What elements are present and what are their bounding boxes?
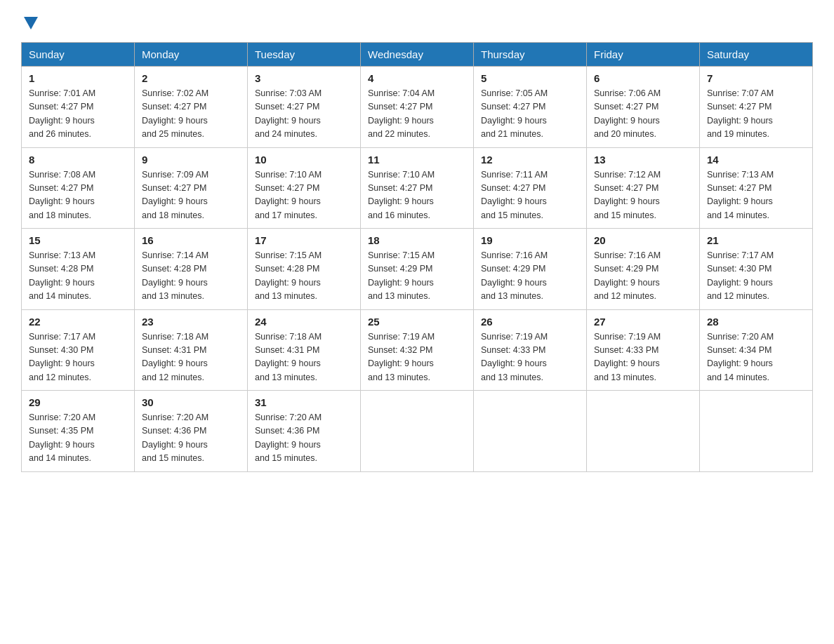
calendar-day-cell: 2 Sunrise: 7:02 AMSunset: 4:27 PMDayligh… [135, 67, 248, 148]
calendar-day-cell: 7 Sunrise: 7:07 AMSunset: 4:27 PMDayligh… [700, 67, 813, 148]
day-info: Sunrise: 7:09 AMSunset: 4:27 PMDaylight:… [142, 168, 240, 223]
day-info: Sunrise: 7:16 AMSunset: 4:29 PMDaylight:… [594, 249, 692, 304]
calendar-day-cell: 8 Sunrise: 7:08 AMSunset: 4:27 PMDayligh… [22, 147, 135, 229]
calendar-day-cell: 6 Sunrise: 7:06 AMSunset: 4:27 PMDayligh… [587, 67, 700, 148]
calendar-week-row: 1 Sunrise: 7:01 AMSunset: 4:27 PMDayligh… [22, 67, 813, 148]
day-info: Sunrise: 7:13 AMSunset: 4:27 PMDaylight:… [707, 168, 805, 223]
day-number: 17 [255, 234, 353, 246]
calendar-header-row: SundayMondayTuesdayWednesdayThursdayFrid… [22, 43, 813, 67]
day-number: 21 [707, 234, 805, 246]
day-number: 28 [707, 316, 805, 328]
day-info: Sunrise: 7:20 AMSunset: 4:36 PMDaylight:… [255, 411, 353, 466]
calendar-day-cell: 22 Sunrise: 7:17 AMSunset: 4:30 PMDaylig… [22, 309, 135, 391]
calendar-day-cell: 17 Sunrise: 7:15 AMSunset: 4:28 PMDaylig… [248, 229, 361, 310]
day-info: Sunrise: 7:10 AMSunset: 4:27 PMDaylight:… [255, 168, 353, 223]
calendar-day-cell: 28 Sunrise: 7:20 AMSunset: 4:34 PMDaylig… [700, 309, 813, 391]
calendar-week-row: 22 Sunrise: 7:17 AMSunset: 4:30 PMDaylig… [22, 309, 813, 391]
day-info: Sunrise: 7:06 AMSunset: 4:27 PMDaylight:… [594, 87, 692, 142]
day-number: 6 [594, 72, 692, 84]
day-number: 8 [29, 154, 127, 166]
calendar-day-cell: 27 Sunrise: 7:19 AMSunset: 4:33 PMDaylig… [587, 309, 700, 391]
day-number: 16 [142, 234, 240, 246]
calendar-day-cell: 23 Sunrise: 7:18 AMSunset: 4:31 PMDaylig… [135, 309, 248, 391]
calendar-empty-cell [587, 391, 700, 472]
calendar-empty-cell [474, 391, 587, 472]
day-info: Sunrise: 7:18 AMSunset: 4:31 PMDaylight:… [255, 330, 353, 385]
day-info: Sunrise: 7:11 AMSunset: 4:27 PMDaylight:… [481, 168, 579, 223]
logo [21, 14, 38, 29]
day-info: Sunrise: 7:15 AMSunset: 4:29 PMDaylight:… [368, 249, 466, 304]
day-number: 29 [29, 396, 127, 408]
day-info: Sunrise: 7:13 AMSunset: 4:28 PMDaylight:… [29, 249, 127, 304]
day-info: Sunrise: 7:07 AMSunset: 4:27 PMDaylight:… [707, 87, 805, 142]
day-number: 10 [255, 154, 353, 166]
calendar-day-cell: 4 Sunrise: 7:04 AMSunset: 4:27 PMDayligh… [361, 67, 474, 148]
calendar-empty-cell [700, 391, 813, 472]
day-info: Sunrise: 7:19 AMSunset: 4:33 PMDaylight:… [594, 330, 692, 385]
day-number: 26 [481, 316, 579, 328]
calendar-day-cell: 12 Sunrise: 7:11 AMSunset: 4:27 PMDaylig… [474, 147, 587, 229]
calendar-header-saturday: Saturday [700, 43, 813, 67]
calendar-table: SundayMondayTuesdayWednesdayThursdayFrid… [21, 42, 813, 472]
calendar-day-cell: 24 Sunrise: 7:18 AMSunset: 4:31 PMDaylig… [248, 309, 361, 391]
day-info: Sunrise: 7:17 AMSunset: 4:30 PMDaylight:… [29, 330, 127, 385]
calendar-day-cell: 13 Sunrise: 7:12 AMSunset: 4:27 PMDaylig… [587, 147, 700, 229]
day-info: Sunrise: 7:16 AMSunset: 4:29 PMDaylight:… [481, 249, 579, 304]
day-info: Sunrise: 7:19 AMSunset: 4:33 PMDaylight:… [481, 330, 579, 385]
day-info: Sunrise: 7:04 AMSunset: 4:27 PMDaylight:… [368, 87, 466, 142]
calendar-header-thursday: Thursday [474, 43, 587, 67]
calendar-day-cell: 3 Sunrise: 7:03 AMSunset: 4:27 PMDayligh… [248, 67, 361, 148]
calendar-week-row: 8 Sunrise: 7:08 AMSunset: 4:27 PMDayligh… [22, 147, 813, 229]
day-info: Sunrise: 7:17 AMSunset: 4:30 PMDaylight:… [707, 249, 805, 304]
calendar-day-cell: 15 Sunrise: 7:13 AMSunset: 4:28 PMDaylig… [22, 229, 135, 310]
day-info: Sunrise: 7:01 AMSunset: 4:27 PMDaylight:… [29, 87, 127, 142]
day-info: Sunrise: 7:10 AMSunset: 4:27 PMDaylight:… [368, 168, 466, 223]
day-number: 18 [368, 234, 466, 246]
day-number: 22 [29, 316, 127, 328]
day-info: Sunrise: 7:20 AMSunset: 4:35 PMDaylight:… [29, 411, 127, 466]
day-number: 31 [255, 396, 353, 408]
day-number: 24 [255, 316, 353, 328]
day-info: Sunrise: 7:20 AMSunset: 4:36 PMDaylight:… [142, 411, 240, 466]
day-info: Sunrise: 7:02 AMSunset: 4:27 PMDaylight:… [142, 87, 240, 142]
day-number: 9 [142, 154, 240, 166]
day-number: 3 [255, 72, 353, 84]
day-number: 2 [142, 72, 240, 84]
calendar-day-cell: 31 Sunrise: 7:20 AMSunset: 4:36 PMDaylig… [248, 391, 361, 472]
day-number: 30 [142, 396, 240, 408]
day-info: Sunrise: 7:15 AMSunset: 4:28 PMDaylight:… [255, 249, 353, 304]
day-info: Sunrise: 7:08 AMSunset: 4:27 PMDaylight:… [29, 168, 127, 223]
day-number: 11 [368, 154, 466, 166]
day-number: 14 [707, 154, 805, 166]
day-number: 23 [142, 316, 240, 328]
calendar-day-cell: 9 Sunrise: 7:09 AMSunset: 4:27 PMDayligh… [135, 147, 248, 229]
calendar-day-cell: 1 Sunrise: 7:01 AMSunset: 4:27 PMDayligh… [22, 67, 135, 148]
calendar-empty-cell [361, 391, 474, 472]
day-number: 20 [594, 234, 692, 246]
day-number: 13 [594, 154, 692, 166]
calendar-day-cell: 29 Sunrise: 7:20 AMSunset: 4:35 PMDaylig… [22, 391, 135, 472]
day-info: Sunrise: 7:03 AMSunset: 4:27 PMDaylight:… [255, 87, 353, 142]
day-info: Sunrise: 7:12 AMSunset: 4:27 PMDaylight:… [594, 168, 692, 223]
calendar-day-cell: 11 Sunrise: 7:10 AMSunset: 4:27 PMDaylig… [361, 147, 474, 229]
calendar-week-row: 15 Sunrise: 7:13 AMSunset: 4:28 PMDaylig… [22, 229, 813, 310]
calendar-day-cell: 26 Sunrise: 7:19 AMSunset: 4:33 PMDaylig… [474, 309, 587, 391]
calendar-day-cell: 14 Sunrise: 7:13 AMSunset: 4:27 PMDaylig… [700, 147, 813, 229]
calendar-header-friday: Friday [587, 43, 700, 67]
day-number: 15 [29, 234, 127, 246]
day-number: 19 [481, 234, 579, 246]
day-number: 12 [481, 154, 579, 166]
logo-triangle-icon [24, 17, 38, 29]
day-info: Sunrise: 7:14 AMSunset: 4:28 PMDaylight:… [142, 249, 240, 304]
calendar-day-cell: 30 Sunrise: 7:20 AMSunset: 4:36 PMDaylig… [135, 391, 248, 472]
calendar-day-cell: 20 Sunrise: 7:16 AMSunset: 4:29 PMDaylig… [587, 229, 700, 310]
day-number: 27 [594, 316, 692, 328]
calendar-header-tuesday: Tuesday [248, 43, 361, 67]
day-info: Sunrise: 7:05 AMSunset: 4:27 PMDaylight:… [481, 87, 579, 142]
calendar-header-sunday: Sunday [22, 43, 135, 67]
day-number: 25 [368, 316, 466, 328]
day-info: Sunrise: 7:20 AMSunset: 4:34 PMDaylight:… [707, 330, 805, 385]
day-info: Sunrise: 7:18 AMSunset: 4:31 PMDaylight:… [142, 330, 240, 385]
day-number: 1 [29, 72, 127, 84]
calendar-day-cell: 10 Sunrise: 7:10 AMSunset: 4:27 PMDaylig… [248, 147, 361, 229]
